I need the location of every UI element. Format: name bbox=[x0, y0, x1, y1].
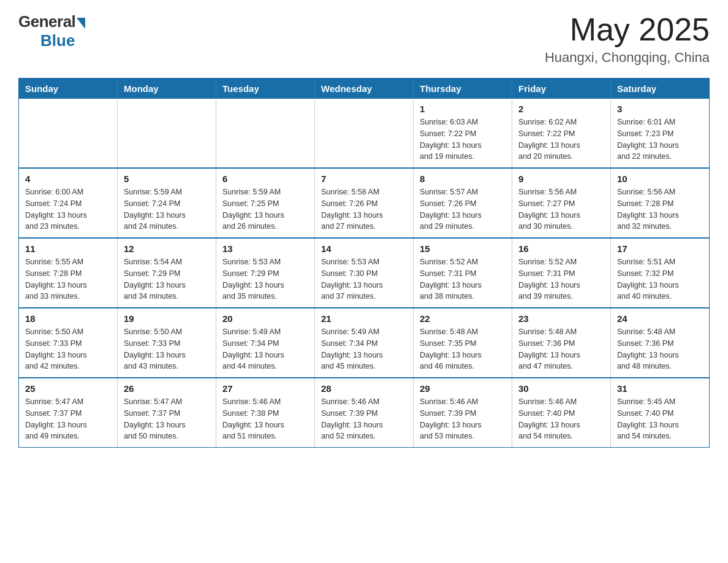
calendar-week-1: 1Sunrise: 6:03 AMSunset: 7:22 PMDaylight… bbox=[19, 99, 710, 168]
calendar-cell: 9Sunrise: 5:56 AMSunset: 7:27 PMDaylight… bbox=[512, 168, 611, 238]
day-info: Sunrise: 6:00 AMSunset: 7:24 PMDaylight:… bbox=[25, 186, 111, 232]
day-number: 17 bbox=[617, 243, 703, 254]
col-saturday: Saturday bbox=[611, 79, 710, 99]
col-friday: Friday bbox=[512, 79, 611, 99]
day-info: Sunrise: 5:52 AMSunset: 7:31 PMDaylight:… bbox=[420, 256, 506, 302]
day-info: Sunrise: 5:57 AMSunset: 7:26 PMDaylight:… bbox=[420, 186, 506, 232]
day-info: Sunrise: 5:46 AMSunset: 7:38 PMDaylight:… bbox=[222, 396, 308, 442]
col-monday: Monday bbox=[118, 79, 216, 99]
calendar-cell: 5Sunrise: 5:59 AMSunset: 7:24 PMDaylight… bbox=[118, 168, 216, 238]
day-number: 30 bbox=[518, 383, 604, 394]
day-info: Sunrise: 5:59 AMSunset: 7:25 PMDaylight:… bbox=[222, 186, 308, 232]
day-info: Sunrise: 6:02 AMSunset: 7:22 PMDaylight:… bbox=[518, 117, 604, 163]
calendar-week-3: 11Sunrise: 5:55 AMSunset: 7:28 PMDayligh… bbox=[19, 238, 710, 308]
page-header: General Blue May 2025 Huangxi, Chongqing… bbox=[18, 12, 710, 66]
calendar-cell: 7Sunrise: 5:58 AMSunset: 7:26 PMDaylight… bbox=[315, 168, 414, 238]
day-info: Sunrise: 5:46 AMSunset: 7:39 PMDaylight:… bbox=[420, 396, 506, 442]
logo-blue-text: Blue bbox=[40, 31, 75, 50]
col-thursday: Thursday bbox=[414, 79, 512, 99]
calendar-table: Sunday Monday Tuesday Wednesday Thursday… bbox=[18, 78, 710, 448]
day-number: 19 bbox=[124, 313, 210, 324]
calendar-cell: 18Sunrise: 5:50 AMSunset: 7:33 PMDayligh… bbox=[19, 308, 118, 378]
day-info: Sunrise: 5:48 AMSunset: 7:36 PMDaylight:… bbox=[617, 326, 703, 372]
day-info: Sunrise: 5:53 AMSunset: 7:30 PMDaylight:… bbox=[321, 256, 407, 302]
day-number: 27 bbox=[222, 383, 308, 394]
calendar-cell: 15Sunrise: 5:52 AMSunset: 7:31 PMDayligh… bbox=[414, 238, 512, 308]
calendar-cell: 3Sunrise: 6:01 AMSunset: 7:23 PMDaylight… bbox=[611, 99, 710, 168]
day-info: Sunrise: 5:48 AMSunset: 7:35 PMDaylight:… bbox=[420, 326, 506, 372]
day-number: 10 bbox=[617, 174, 703, 184]
calendar-cell: 28Sunrise: 5:46 AMSunset: 7:39 PMDayligh… bbox=[315, 378, 414, 448]
day-number: 13 bbox=[222, 243, 308, 254]
day-number: 16 bbox=[518, 243, 604, 254]
day-number: 9 bbox=[518, 174, 604, 184]
day-number: 23 bbox=[518, 313, 604, 324]
calendar-cell: 21Sunrise: 5:49 AMSunset: 7:34 PMDayligh… bbox=[315, 308, 414, 378]
day-number: 28 bbox=[321, 383, 407, 394]
day-info: Sunrise: 5:59 AMSunset: 7:24 PMDaylight:… bbox=[124, 186, 210, 232]
calendar-cell: 2Sunrise: 6:02 AMSunset: 7:22 PMDaylight… bbox=[512, 99, 611, 168]
day-info: Sunrise: 5:58 AMSunset: 7:26 PMDaylight:… bbox=[321, 186, 407, 232]
day-number: 11 bbox=[25, 243, 111, 254]
day-number: 12 bbox=[124, 243, 210, 254]
col-sunday: Sunday bbox=[19, 79, 118, 99]
calendar-cell: 14Sunrise: 5:53 AMSunset: 7:30 PMDayligh… bbox=[315, 238, 414, 308]
day-number: 15 bbox=[420, 243, 506, 254]
day-info: Sunrise: 5:50 AMSunset: 7:33 PMDaylight:… bbox=[25, 326, 111, 372]
day-info: Sunrise: 5:48 AMSunset: 7:36 PMDaylight:… bbox=[518, 326, 604, 372]
day-info: Sunrise: 5:49 AMSunset: 7:34 PMDaylight:… bbox=[222, 326, 308, 372]
calendar-cell: 17Sunrise: 5:51 AMSunset: 7:32 PMDayligh… bbox=[611, 238, 710, 308]
calendar-cell bbox=[19, 99, 118, 168]
day-number: 8 bbox=[420, 174, 506, 184]
day-number: 20 bbox=[222, 313, 308, 324]
calendar-cell: 23Sunrise: 5:48 AMSunset: 7:36 PMDayligh… bbox=[512, 308, 611, 378]
calendar-cell: 1Sunrise: 6:03 AMSunset: 7:22 PMDaylight… bbox=[414, 99, 512, 168]
logo-general-text: General bbox=[18, 12, 75, 31]
calendar-cell: 29Sunrise: 5:46 AMSunset: 7:39 PMDayligh… bbox=[414, 378, 512, 448]
col-tuesday: Tuesday bbox=[216, 79, 315, 99]
calendar-cell: 22Sunrise: 5:48 AMSunset: 7:35 PMDayligh… bbox=[414, 308, 512, 378]
day-number: 25 bbox=[25, 383, 111, 394]
calendar-cell: 13Sunrise: 5:53 AMSunset: 7:29 PMDayligh… bbox=[216, 238, 315, 308]
day-info: Sunrise: 5:52 AMSunset: 7:31 PMDaylight:… bbox=[518, 256, 604, 302]
calendar-week-4: 18Sunrise: 5:50 AMSunset: 7:33 PMDayligh… bbox=[19, 308, 710, 378]
day-number: 26 bbox=[124, 383, 210, 394]
day-info: Sunrise: 5:46 AMSunset: 7:40 PMDaylight:… bbox=[518, 396, 604, 442]
calendar-cell: 10Sunrise: 5:56 AMSunset: 7:28 PMDayligh… bbox=[611, 168, 710, 238]
day-number: 1 bbox=[420, 104, 506, 114]
day-info: Sunrise: 5:50 AMSunset: 7:33 PMDaylight:… bbox=[124, 326, 210, 372]
day-info: Sunrise: 5:56 AMSunset: 7:27 PMDaylight:… bbox=[518, 186, 604, 232]
day-info: Sunrise: 5:45 AMSunset: 7:40 PMDaylight:… bbox=[617, 396, 703, 442]
day-number: 5 bbox=[124, 174, 210, 184]
day-info: Sunrise: 6:03 AMSunset: 7:22 PMDaylight:… bbox=[420, 117, 506, 163]
day-number: 4 bbox=[25, 174, 111, 184]
calendar-cell: 4Sunrise: 6:00 AMSunset: 7:24 PMDaylight… bbox=[19, 168, 118, 238]
day-info: Sunrise: 6:01 AMSunset: 7:23 PMDaylight:… bbox=[617, 117, 703, 163]
logo: General Blue bbox=[18, 12, 85, 50]
day-number: 22 bbox=[420, 313, 506, 324]
day-number: 24 bbox=[617, 313, 703, 324]
day-number: 3 bbox=[617, 104, 703, 114]
calendar-cell: 19Sunrise: 5:50 AMSunset: 7:33 PMDayligh… bbox=[118, 308, 216, 378]
day-info: Sunrise: 5:55 AMSunset: 7:28 PMDaylight:… bbox=[25, 256, 111, 302]
day-info: Sunrise: 5:54 AMSunset: 7:29 PMDaylight:… bbox=[124, 256, 210, 302]
day-number: 2 bbox=[518, 104, 604, 114]
day-info: Sunrise: 5:47 AMSunset: 7:37 PMDaylight:… bbox=[25, 396, 111, 442]
calendar-cell bbox=[118, 99, 216, 168]
day-number: 6 bbox=[222, 174, 308, 184]
day-info: Sunrise: 5:49 AMSunset: 7:34 PMDaylight:… bbox=[321, 326, 407, 372]
day-info: Sunrise: 5:51 AMSunset: 7:32 PMDaylight:… bbox=[617, 256, 703, 302]
calendar-cell: 24Sunrise: 5:48 AMSunset: 7:36 PMDayligh… bbox=[611, 308, 710, 378]
calendar-cell: 16Sunrise: 5:52 AMSunset: 7:31 PMDayligh… bbox=[512, 238, 611, 308]
day-number: 29 bbox=[420, 383, 506, 394]
calendar-cell bbox=[216, 99, 315, 168]
day-number: 31 bbox=[617, 383, 703, 394]
day-number: 21 bbox=[321, 313, 407, 324]
day-info: Sunrise: 5:46 AMSunset: 7:39 PMDaylight:… bbox=[321, 396, 407, 442]
calendar-cell bbox=[315, 99, 414, 168]
day-info: Sunrise: 5:47 AMSunset: 7:37 PMDaylight:… bbox=[124, 396, 210, 442]
calendar-cell: 27Sunrise: 5:46 AMSunset: 7:38 PMDayligh… bbox=[216, 378, 315, 448]
day-number: 7 bbox=[321, 174, 407, 184]
calendar-cell: 8Sunrise: 5:57 AMSunset: 7:26 PMDaylight… bbox=[414, 168, 512, 238]
day-number: 18 bbox=[25, 313, 111, 324]
